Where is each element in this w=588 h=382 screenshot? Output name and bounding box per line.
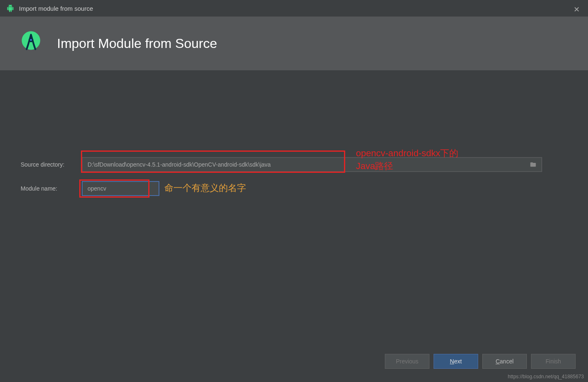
title-bar-text: Import module from source: [19, 5, 93, 12]
source-directory-row: Source directory:: [21, 157, 567, 172]
source-directory-label: Source directory:: [21, 161, 82, 168]
previous-button[interactable]: Previous: [385, 354, 429, 369]
module-input-wrapper: [82, 181, 159, 196]
title-bar: Import module from source ✕: [0, 0, 588, 17]
browse-folder-icon[interactable]: [529, 161, 537, 168]
footer-buttons: Previous Next Cancel Finish: [385, 354, 576, 369]
source-input-wrapper: [82, 157, 542, 172]
source-directory-input[interactable]: [82, 157, 542, 172]
module-name-input[interactable]: [82, 181, 159, 196]
android-studio-icon: [7, 5, 14, 12]
banner: Import Module from Source: [0, 17, 588, 70]
module-name-row: Module name:: [21, 181, 567, 196]
annotation-red-line1: opencv-android-sdkx下的: [356, 147, 458, 160]
annotation-orange-text: 命一个有意义的名字: [164, 182, 246, 194]
android-studio-logo-icon: [17, 29, 45, 58]
next-button[interactable]: Next: [434, 354, 478, 369]
module-name-label: Module name:: [21, 185, 82, 192]
annotation-red-text: opencv-android-sdkx下的 Java路径: [356, 147, 458, 173]
close-icon[interactable]: ✕: [574, 5, 580, 14]
watermark-text: https://blog.csdn.net/qq_41885673: [508, 374, 584, 380]
annotation-red-line2: Java路径: [356, 160, 458, 173]
svg-point-2: [30, 39, 32, 41]
main-body: Source directory: Module name:: [0, 70, 588, 226]
finish-button[interactable]: Finish: [531, 354, 576, 369]
cancel-button[interactable]: Cancel: [482, 354, 527, 369]
banner-title: Import Module from Source: [57, 36, 217, 51]
